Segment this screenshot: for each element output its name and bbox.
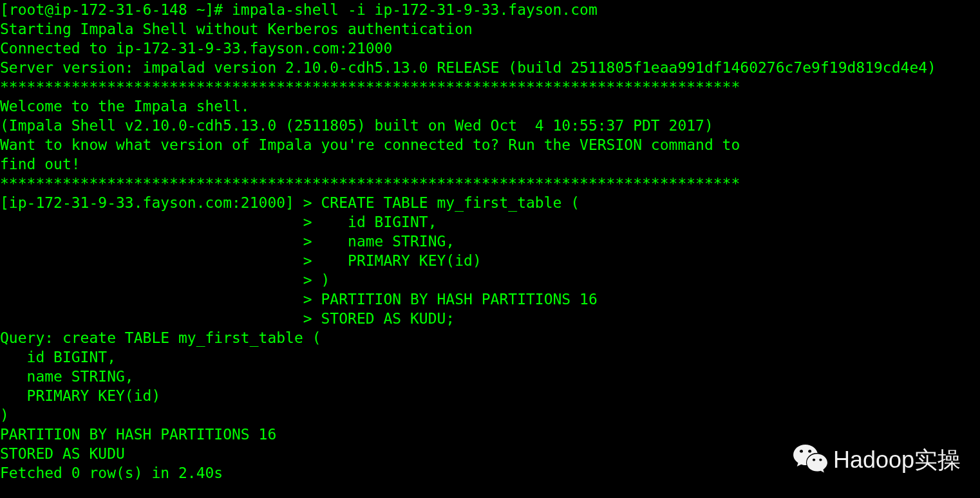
- terminal-line: > name STRING,: [0, 232, 980, 251]
- terminal-line: > ): [0, 270, 980, 290]
- terminal-line: PRIMARY KEY(id): [0, 386, 980, 405]
- terminal-line: ****************************************…: [0, 77, 980, 97]
- terminal-line: ****************************************…: [0, 174, 980, 193]
- terminal-line: name STRING,: [0, 367, 980, 386]
- terminal-line: > id BIGINT,: [0, 212, 980, 232]
- terminal-line: find out!: [0, 154, 980, 174]
- watermark-text: Hadoop实操: [833, 450, 961, 470]
- terminal-line: Query: create TABLE my_first_table (: [0, 328, 980, 347]
- terminal-output[interactable]: [root@ip-172-31-6-148 ~]# impala-shell -…: [0, 0, 980, 483]
- terminal-line: (Impala Shell v2.10.0-cdh5.13.0 (2511805…: [0, 116, 980, 135]
- terminal-line: [root@ip-172-31-6-148 ~]# impala-shell -…: [0, 0, 980, 19]
- terminal-line: > PRIMARY KEY(id): [0, 251, 980, 270]
- terminal-line: Starting Impala Shell without Kerberos a…: [0, 19, 980, 39]
- terminal-line: Server version: impalad version 2.10.0-c…: [0, 58, 980, 77]
- terminal-line: [ip-172-31-9-33.fayson.com:21000] > CREA…: [0, 193, 980, 212]
- watermark: Hadoop实操: [792, 441, 961, 479]
- wechat-icon: [792, 441, 828, 479]
- terminal-line: > STORED AS KUDU;: [0, 309, 980, 328]
- terminal-line: ): [0, 405, 980, 425]
- terminal-line: Want to know what version of Impala you'…: [0, 135, 980, 154]
- terminal-line: > PARTITION BY HASH PARTITIONS 16: [0, 290, 980, 309]
- terminal-line: id BIGINT,: [0, 347, 980, 367]
- terminal-line: Welcome to the Impala shell.: [0, 97, 980, 116]
- terminal-line: Connected to ip-172-31-9-33.fayson.com:2…: [0, 39, 980, 58]
